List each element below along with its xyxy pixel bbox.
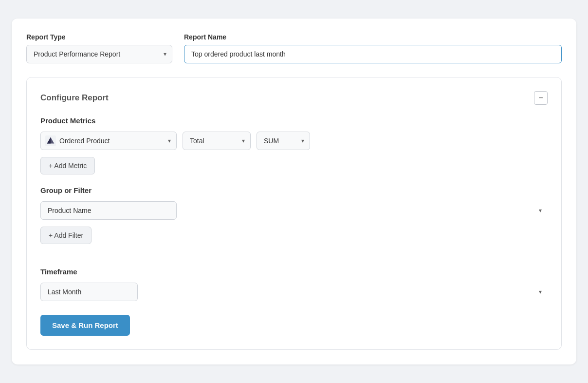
collapse-button[interactable]: − [534,91,548,105]
report-type-label: Report Type [26,33,172,41]
timeframe-label: Timeframe [40,268,548,276]
report-name-input[interactable] [184,45,562,63]
metric-select[interactable]: Ordered Product Shipped Product Returned… [40,132,177,150]
configure-section: Configure Report − Product Metrics [26,77,562,350]
main-container: Report Type Product Performance Report S… [12,19,576,364]
configure-header: Configure Report − [40,91,548,105]
save-run-button[interactable]: Save & Run Report [40,315,130,336]
report-type-select[interactable]: Product Performance Report Sales Report … [26,45,172,63]
group-filter-section: Group or Filter Product Name Category SK… [40,186,548,256]
sum-select[interactable]: SUM AVG MAX MIN [257,132,310,150]
sum-select-wrapper: SUM AVG MAX MIN ▾ [257,132,310,150]
collapse-icon: − [538,94,543,102]
timeframe-section: Timeframe Last Month Last Week Last Year… [40,268,548,301]
product-metrics-section: Product Metrics Ordered Product Shipped … [40,116,548,186]
report-type-select-wrapper: Product Performance Report Sales Report … [26,45,172,63]
product-metrics-label: Product Metrics [40,116,548,125]
add-filter-button[interactable]: + Add Filter [40,227,92,244]
filter-select-wrapper: Product Name Category SKU Brand ▾ [40,201,548,220]
total-select-wrapper: Total Average Count ▾ [183,132,251,150]
filter-chevron-icon: ▾ [539,207,542,214]
metric-select-wrapper: Ordered Product Shipped Product Returned… [40,132,177,150]
configure-title: Configure Report [40,93,109,103]
timeframe-select[interactable]: Last Month Last Week Last Year Custom [40,283,138,301]
filter-select[interactable]: Product Name Category SKU Brand [40,201,177,220]
report-name-label: Report Name [184,33,562,41]
total-select[interactable]: Total Average Count [183,132,251,150]
timeframe-select-wrapper: Last Month Last Week Last Year Custom ▾ [40,283,548,301]
report-type-group: Report Type Product Performance Report S… [26,33,172,63]
add-metric-label: + Add Metric [49,162,87,170]
top-row: Report Type Product Performance Report S… [26,33,562,63]
group-filter-label: Group or Filter [40,186,548,194]
add-filter-label: + Add Filter [49,231,83,239]
timeframe-chevron-icon: ▾ [539,288,542,295]
report-name-group: Report Name [184,33,562,63]
metrics-row: Ordered Product Shipped Product Returned… [40,132,548,150]
add-metric-button[interactable]: + Add Metric [40,157,95,174]
